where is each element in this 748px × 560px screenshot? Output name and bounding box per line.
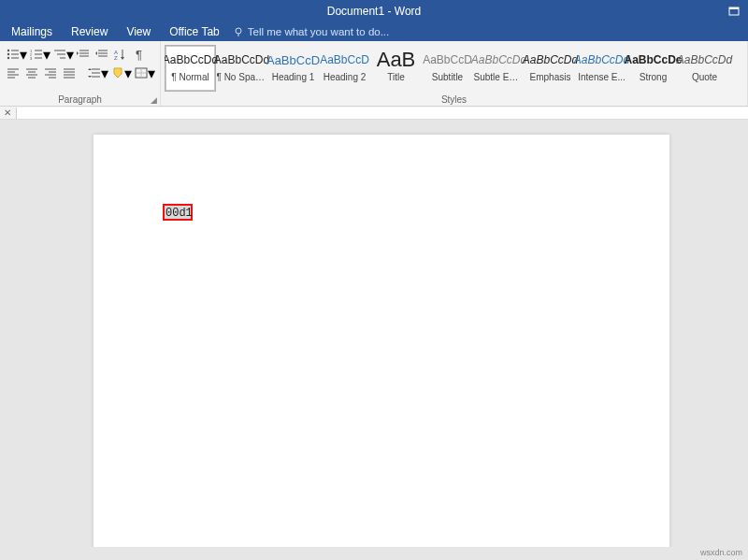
title-bar: Document1 - Word — [0, 0, 748, 22]
style-preview: AaBbCcDd — [574, 50, 629, 70]
style-caption: ¶ Normal — [171, 72, 209, 82]
style-tile-quote[interactable]: AaBbCcDdQuote — [679, 45, 730, 92]
tell-me-search[interactable]: Tell me what you want to do... — [233, 26, 390, 37]
group-label-styles: Styles — [165, 94, 743, 106]
style-tile-subtitle[interactable]: AaBbCcDSubtitle — [422, 45, 473, 92]
align-center-button[interactable] — [22, 65, 40, 81]
tab-mailings[interactable]: Mailings — [2, 22, 62, 41]
style-preview: AaBbCcDd — [214, 50, 269, 70]
chevron-down-icon[interactable]: ▾ — [21, 46, 26, 63]
style-tile-emphasis[interactable]: AaBbCcDdEmphasis — [525, 45, 576, 92]
style-caption: Title — [387, 72, 405, 82]
style-preview: AaBbCcD — [423, 50, 472, 70]
style-preview: AaBbCcDc — [625, 50, 683, 70]
tab-review[interactable]: Review — [62, 22, 117, 41]
style-tile-heading-1[interactable]: AaBbCcDHeading 1 — [267, 45, 319, 92]
chevron-down-icon[interactable]: ▾ — [102, 65, 108, 81]
style-preview: AaBbCcDd — [165, 50, 218, 70]
group-styles: AaBbCcDd¶ NormalAaBbCcDd¶ No Spac...AaBb… — [161, 41, 748, 106]
style-preview: AaBbCcD — [266, 50, 320, 70]
style-tile-title[interactable]: AaBTitle — [370, 45, 422, 92]
style-caption: ¶ No Spac... — [217, 72, 267, 82]
chevron-down-icon[interactable]: ▾ — [149, 65, 154, 81]
chevron-down-icon[interactable]: ▾ — [44, 46, 50, 63]
chevron-down-icon[interactable]: ▾ — [125, 65, 131, 81]
style-tile-strong[interactable]: AaBbCcDcStrong — [627, 45, 679, 92]
tab-office-tab[interactable]: Office Tab — [160, 22, 229, 41]
selected-text[interactable]: 00d1 — [163, 204, 193, 221]
ribbon: ▾ 123▾ ▾ AZ ¶ ▾ ▾ ▾ Paragraph ◢ A — [0, 41, 748, 107]
group-paragraph: ▾ 123▾ ▾ AZ ¶ ▾ ▾ ▾ Paragraph ◢ — [0, 41, 161, 106]
close-pane-button[interactable]: ✕ — [1, 108, 14, 119]
svg-marker-22 — [77, 51, 79, 55]
justify-button[interactable] — [60, 65, 78, 81]
style-tile-subtle-em[interactable]: AaBbCcDdSubtle Em... — [473, 45, 525, 92]
svg-marker-26 — [95, 51, 97, 55]
lightbulb-icon — [233, 26, 244, 37]
styles-gallery[interactable]: AaBbCcDd¶ NormalAaBbCcDd¶ No Spac...AaBb… — [165, 43, 743, 92]
chevron-down-icon[interactable]: ▾ — [67, 46, 73, 63]
tell-me-placeholder: Tell me what you want to do... — [248, 26, 390, 37]
tab-view[interactable]: View — [117, 22, 160, 41]
svg-point-8 — [7, 57, 8, 59]
show-hide-button[interactable]: ¶ — [130, 46, 148, 63]
align-right-button[interactable] — [41, 65, 59, 81]
svg-text:Z: Z — [114, 55, 118, 60]
style-tile-normal[interactable]: AaBbCcDd¶ Normal — [165, 45, 216, 92]
svg-text:3: 3 — [30, 56, 33, 60]
style-preview: AaBbCcD — [320, 50, 369, 70]
watermark-text: wsxdn.com — [700, 548, 742, 557]
svg-point-6 — [7, 53, 8, 55]
decrease-indent-button[interactable] — [74, 46, 92, 63]
style-caption: Subtitle — [432, 72, 463, 82]
style-tile-no-spac[interactable]: AaBbCcDd¶ No Spac... — [216, 45, 267, 92]
group-label-paragraph: Paragraph — [4, 94, 156, 106]
ribbon-display-options-icon[interactable] — [726, 5, 742, 18]
app-title: Document1 - Word — [327, 5, 421, 18]
style-preview: AaB — [377, 50, 416, 70]
style-tile-heading-2[interactable]: AaBbCcDHeading 2 — [319, 45, 370, 92]
style-caption: Heading 1 — [272, 72, 315, 82]
paragraph-dialog-launcher[interactable]: ◢ — [151, 95, 157, 105]
style-preview: AaBbCcDd — [677, 50, 732, 70]
style-caption: Subtle Em... — [474, 72, 525, 82]
style-tile-intense-e[interactable]: AaBbCcDdIntense E... — [576, 45, 627, 92]
svg-marker-51 — [88, 76, 92, 78]
align-left-button[interactable] — [4, 65, 22, 81]
ruler-bar: ✕ — [0, 107, 748, 120]
style-caption: Heading 2 — [324, 72, 367, 82]
svg-marker-30 — [121, 57, 124, 60]
svg-point-2 — [236, 28, 241, 34]
style-preview: AaBbCcDd — [471, 50, 526, 70]
document-page[interactable]: 00d1 — [94, 135, 669, 547]
style-preview: AaBbCcDd — [523, 50, 578, 70]
svg-marker-50 — [88, 68, 92, 70]
svg-rect-1 — [729, 7, 739, 9]
style-caption: Emphasis — [530, 72, 571, 82]
style-caption: Quote — [692, 72, 717, 82]
style-caption: Strong — [640, 72, 667, 82]
sort-button[interactable]: AZ — [111, 46, 129, 63]
document-workspace[interactable]: 00d1 — [0, 120, 748, 547]
horizontal-ruler[interactable] — [16, 108, 748, 119]
svg-point-4 — [7, 50, 8, 51]
window-controls — [726, 5, 742, 18]
ribbon-tabs: Mailings Review View Office Tab Tell me … — [0, 22, 748, 41]
increase-indent-button[interactable] — [93, 46, 110, 63]
style-caption: Intense E... — [578, 72, 626, 82]
